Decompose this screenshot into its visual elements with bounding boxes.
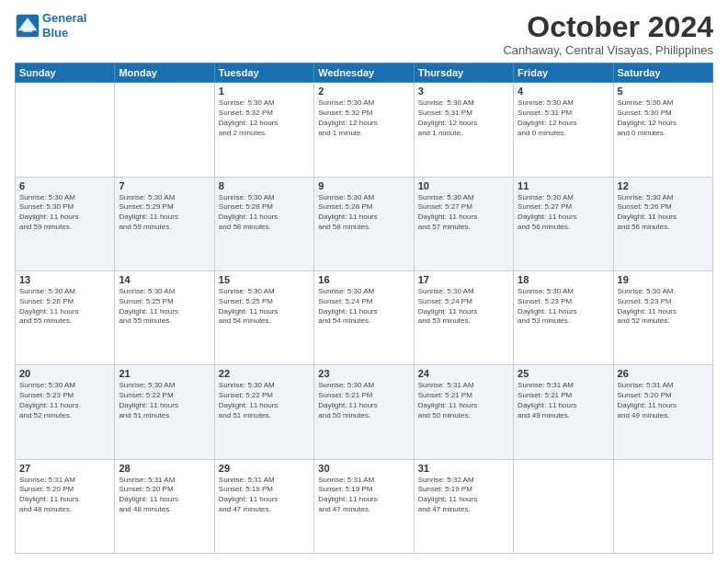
calendar-cell: 20Sunrise: 5:30 AM Sunset: 5:23 PM Dayli…: [16, 365, 115, 459]
day-number: 4: [518, 86, 609, 97]
day-content: Sunrise: 5:31 AM Sunset: 5:19 PM Dayligh…: [318, 476, 409, 515]
day-content: Sunrise: 5:30 AM Sunset: 5:25 PM Dayligh…: [219, 287, 310, 327]
calendar-cell: 2Sunrise: 5:30 AM Sunset: 5:32 PM Daylig…: [314, 83, 414, 177]
day-header-monday: Monday: [115, 63, 214, 83]
day-content: Sunrise: 5:32 AM Sunset: 5:19 PM Dayligh…: [418, 476, 509, 515]
day-number: 1: [219, 86, 310, 97]
day-number: 3: [418, 86, 509, 97]
logo-icon: [15, 13, 40, 39]
calendar-cell: [613, 459, 712, 553]
day-number: 31: [418, 463, 509, 474]
day-content: Sunrise: 5:30 AM Sunset: 5:23 PM Dayligh…: [618, 287, 709, 327]
day-header-saturday: Saturday: [613, 63, 712, 83]
location: Canhaway, Central Visayas, Philippines: [503, 43, 713, 57]
calendar-cell: 18Sunrise: 5:30 AM Sunset: 5:23 PM Dayli…: [514, 270, 613, 364]
calendar-cell: 31Sunrise: 5:32 AM Sunset: 5:19 PM Dayli…: [414, 459, 513, 553]
calendar-week-0: 1Sunrise: 5:30 AM Sunset: 5:32 PM Daylig…: [16, 83, 713, 177]
day-number: 17: [418, 274, 509, 285]
logo: General Blue: [15, 11, 86, 40]
day-content: Sunrise: 5:31 AM Sunset: 5:20 PM Dayligh…: [618, 381, 709, 420]
calendar-cell: [514, 459, 613, 553]
logo-text: General Blue: [42, 11, 86, 40]
day-content: Sunrise: 5:30 AM Sunset: 5:21 PM Dayligh…: [318, 381, 409, 420]
day-number: 21: [119, 368, 210, 379]
day-number: 14: [119, 274, 210, 285]
day-number: 2: [318, 86, 409, 97]
day-content: Sunrise: 5:30 AM Sunset: 5:29 PM Dayligh…: [119, 193, 210, 233]
day-content: Sunrise: 5:30 AM Sunset: 5:27 PM Dayligh…: [418, 193, 509, 233]
day-content: Sunrise: 5:30 AM Sunset: 5:24 PM Dayligh…: [418, 287, 509, 327]
calendar-cell: 19Sunrise: 5:30 AM Sunset: 5:23 PM Dayli…: [613, 270, 712, 364]
day-number: 16: [318, 274, 409, 285]
day-number: 12: [618, 180, 709, 191]
title-block: October 2024 Canhaway, Central Visayas, …: [503, 11, 713, 57]
day-content: Sunrise: 5:30 AM Sunset: 5:30 PM Dayligh…: [618, 98, 709, 138]
calendar-cell: 12Sunrise: 5:30 AM Sunset: 5:26 PM Dayli…: [613, 177, 712, 270]
day-content: Sunrise: 5:30 AM Sunset: 5:32 PM Dayligh…: [318, 98, 409, 138]
day-number: 6: [19, 180, 110, 191]
day-content: Sunrise: 5:30 AM Sunset: 5:23 PM Dayligh…: [19, 381, 110, 420]
day-content: Sunrise: 5:30 AM Sunset: 5:26 PM Dayligh…: [19, 287, 110, 327]
day-header-sunday: Sunday: [16, 63, 115, 83]
calendar-week-4: 27Sunrise: 5:31 AM Sunset: 5:20 PM Dayli…: [16, 459, 713, 553]
day-number: 27: [19, 463, 110, 474]
day-content: Sunrise: 5:30 AM Sunset: 5:23 PM Dayligh…: [518, 287, 609, 327]
svg-rect-2: [23, 27, 33, 31]
calendar-cell: 23Sunrise: 5:30 AM Sunset: 5:21 PM Dayli…: [314, 365, 414, 459]
calendar-cell: 25Sunrise: 5:31 AM Sunset: 5:21 PM Dayli…: [514, 365, 613, 459]
day-content: Sunrise: 5:30 AM Sunset: 5:24 PM Dayligh…: [318, 287, 409, 327]
day-content: Sunrise: 5:30 AM Sunset: 5:26 PM Dayligh…: [618, 193, 709, 233]
day-number: 18: [518, 274, 609, 285]
calendar-week-2: 13Sunrise: 5:30 AM Sunset: 5:26 PM Dayli…: [16, 270, 713, 364]
calendar-cell: 8Sunrise: 5:30 AM Sunset: 5:28 PM Daylig…: [214, 177, 313, 270]
calendar-cell: 5Sunrise: 5:30 AM Sunset: 5:30 PM Daylig…: [613, 83, 712, 177]
day-content: Sunrise: 5:31 AM Sunset: 5:20 PM Dayligh…: [19, 476, 110, 515]
calendar-cell: 24Sunrise: 5:31 AM Sunset: 5:21 PM Dayli…: [414, 365, 513, 459]
day-number: 20: [19, 368, 110, 379]
day-number: 13: [19, 274, 110, 285]
calendar-cell: 14Sunrise: 5:30 AM Sunset: 5:25 PM Dayli…: [115, 270, 214, 364]
day-number: 10: [418, 180, 509, 191]
logo-line2: Blue: [42, 26, 68, 40]
day-content: Sunrise: 5:31 AM Sunset: 5:19 PM Dayligh…: [219, 476, 310, 515]
calendar-cell: 17Sunrise: 5:30 AM Sunset: 5:24 PM Dayli…: [414, 270, 513, 364]
calendar-cell: 1Sunrise: 5:30 AM Sunset: 5:32 PM Daylig…: [214, 83, 313, 177]
day-content: Sunrise: 5:30 AM Sunset: 5:32 PM Dayligh…: [219, 98, 310, 138]
calendar-cell: 6Sunrise: 5:30 AM Sunset: 5:30 PM Daylig…: [16, 177, 115, 270]
calendar-cell: 29Sunrise: 5:31 AM Sunset: 5:19 PM Dayli…: [214, 459, 313, 553]
logo-line1: General: [42, 11, 86, 25]
calendar-cell: 27Sunrise: 5:31 AM Sunset: 5:20 PM Dayli…: [16, 459, 115, 553]
day-content: Sunrise: 5:30 AM Sunset: 5:25 PM Dayligh…: [119, 287, 210, 327]
day-number: 11: [518, 180, 609, 191]
calendar-cell: 26Sunrise: 5:31 AM Sunset: 5:20 PM Dayli…: [613, 365, 712, 459]
day-number: 5: [618, 86, 709, 97]
day-number: 9: [318, 180, 409, 191]
calendar-cell: 13Sunrise: 5:30 AM Sunset: 5:26 PM Dayli…: [16, 270, 115, 364]
day-number: 8: [219, 180, 310, 191]
calendar-week-1: 6Sunrise: 5:30 AM Sunset: 5:30 PM Daylig…: [16, 177, 713, 270]
day-number: 15: [219, 274, 310, 285]
day-number: 23: [318, 368, 409, 379]
day-number: 19: [618, 274, 709, 285]
day-content: Sunrise: 5:30 AM Sunset: 5:30 PM Dayligh…: [19, 193, 110, 233]
calendar-cell: [115, 83, 214, 177]
day-header-tuesday: Tuesday: [214, 63, 313, 83]
day-content: Sunrise: 5:30 AM Sunset: 5:22 PM Dayligh…: [219, 381, 310, 420]
day-content: Sunrise: 5:30 AM Sunset: 5:22 PM Dayligh…: [119, 381, 210, 420]
calendar-week-3: 20Sunrise: 5:30 AM Sunset: 5:23 PM Dayli…: [16, 365, 713, 459]
calendar-cell: 11Sunrise: 5:30 AM Sunset: 5:27 PM Dayli…: [514, 177, 613, 270]
calendar-cell: 7Sunrise: 5:30 AM Sunset: 5:29 PM Daylig…: [115, 177, 214, 270]
calendar-table: SundayMondayTuesdayWednesdayThursdayFrid…: [15, 63, 713, 554]
day-content: Sunrise: 5:30 AM Sunset: 5:28 PM Dayligh…: [219, 193, 310, 233]
day-header-wednesday: Wednesday: [314, 63, 414, 83]
day-number: 30: [318, 463, 409, 474]
day-header-friday: Friday: [514, 63, 613, 83]
day-content: Sunrise: 5:31 AM Sunset: 5:21 PM Dayligh…: [518, 381, 609, 420]
day-content: Sunrise: 5:30 AM Sunset: 5:28 PM Dayligh…: [318, 193, 409, 233]
header: General Blue October 2024 Canhaway, Cent…: [15, 11, 713, 57]
calendar-cell: 9Sunrise: 5:30 AM Sunset: 5:28 PM Daylig…: [314, 177, 414, 270]
day-header-thursday: Thursday: [414, 63, 513, 83]
calendar-cell: [16, 83, 115, 177]
day-content: Sunrise: 5:30 AM Sunset: 5:31 PM Dayligh…: [418, 98, 509, 138]
calendar-cell: 16Sunrise: 5:30 AM Sunset: 5:24 PM Dayli…: [314, 270, 414, 364]
